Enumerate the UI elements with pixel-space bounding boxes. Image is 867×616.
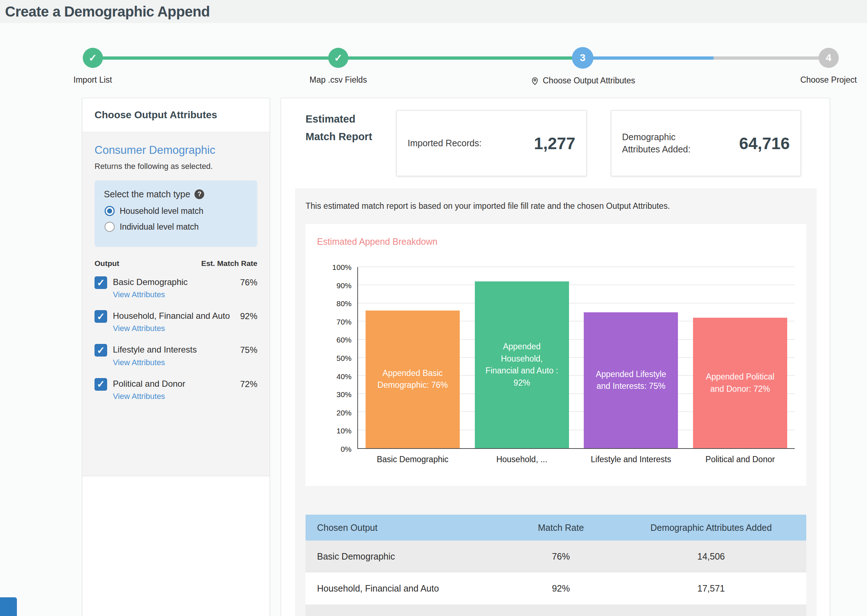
output-label: Political and Donor bbox=[113, 378, 231, 389]
stepper-step-1[interactable]: ✓Import List bbox=[73, 48, 112, 85]
radio-unselected[interactable] bbox=[105, 222, 115, 232]
match-rate-value: 75% bbox=[234, 344, 258, 355]
match-rate-value: 72% bbox=[234, 378, 258, 389]
imported-records-label: Imported Records: bbox=[408, 137, 492, 149]
checkbox-checked[interactable]: ✓ bbox=[94, 378, 107, 391]
match-rate-value: 92% bbox=[234, 310, 258, 321]
check-icon[interactable]: ✓ bbox=[83, 48, 103, 68]
x-axis-label: Household, ... bbox=[467, 455, 576, 464]
y-tick-label: 10% bbox=[336, 427, 352, 435]
step-label: Choose Output Attributes bbox=[530, 76, 635, 86]
table-body: Basic Demographic76%14,506Household, Fin… bbox=[306, 541, 806, 616]
output-item-2: ✓Household, Financial and AutoView Attri… bbox=[94, 310, 258, 333]
chart-plot: Appended Basic Demographic: 76%Appended … bbox=[357, 267, 795, 449]
match-rate-value: 76% bbox=[234, 277, 258, 288]
bar-slot: Appended Household, Financial and Auto :… bbox=[467, 267, 576, 448]
stepper-step-4[interactable]: 4Choose Project bbox=[800, 48, 857, 85]
table-header-row: Chosen OutputMatch RateDemographic Attri… bbox=[306, 515, 806, 541]
page-header: Create a Demographic Append bbox=[0, 0, 867, 23]
table-cell: 92% bbox=[506, 583, 616, 594]
checkbox-checked[interactable]: ✓ bbox=[94, 344, 107, 357]
bar-3: Appended Lifestyle and Interests: 75% bbox=[584, 312, 678, 448]
view-attributes-link[interactable]: View Attributes bbox=[113, 324, 165, 333]
table-header-cell: Chosen Output bbox=[306, 523, 506, 533]
output-label: Basic Demographic bbox=[113, 277, 231, 288]
bar-2: Appended Household, Financial and Auto :… bbox=[475, 281, 569, 448]
y-tick-label: 90% bbox=[336, 281, 352, 289]
x-axis-label: Basic Demographic bbox=[358, 455, 467, 464]
attributes-added-label: Demographic Attributes Added: bbox=[622, 131, 706, 156]
chart-title: Estimated Append Breakdown bbox=[317, 236, 795, 247]
step-number[interactable]: 4 bbox=[818, 48, 839, 68]
match-rate-column-header: Est. Match Rate bbox=[201, 259, 258, 268]
check-icon[interactable]: ✓ bbox=[328, 48, 348, 68]
y-tick-label: 30% bbox=[336, 391, 352, 398]
table-header-cell: Demographic Attributes Added bbox=[616, 523, 806, 533]
y-tick-label: 20% bbox=[336, 409, 352, 416]
view-attributes-link[interactable]: View Attributes bbox=[113, 290, 165, 299]
y-tick-label: 60% bbox=[336, 336, 352, 344]
category-title: Consumer Demographic bbox=[94, 144, 258, 157]
match-type-option-1[interactable]: Household level match bbox=[105, 206, 248, 216]
help-icon[interactable]: ? bbox=[195, 189, 204, 199]
chart-x-axis: Basic DemographicHousehold, ...Lifestyle… bbox=[358, 455, 795, 464]
bar-label: Appended Political and Donor: 72% bbox=[693, 371, 787, 395]
radio-label: Individual level match bbox=[120, 222, 199, 232]
checkbox-checked[interactable]: ✓ bbox=[94, 277, 107, 289]
step-label: Choose Project bbox=[800, 75, 857, 85]
chosen-output-table: Chosen OutputMatch RateDemographic Attri… bbox=[306, 515, 806, 616]
panel-title: Choose Output Attributes bbox=[82, 98, 270, 132]
output-item-3: ✓Lifestyle and InterestsView Attributes7… bbox=[94, 344, 258, 367]
imported-records-value: 1,277 bbox=[534, 134, 575, 153]
append-breakdown-chart: Estimated Append Breakdown 0%10%20%30%40… bbox=[306, 224, 806, 486]
report-title: Estimated Match Report bbox=[306, 110, 381, 146]
corner-widget-partial[interactable] bbox=[0, 597, 17, 616]
output-label: Lifestyle and Interests bbox=[113, 344, 231, 355]
stepper-step-3[interactable]: 3Choose Output Attributes bbox=[530, 48, 635, 86]
match-type-label: Select the match type bbox=[104, 189, 190, 200]
table-cell: 17,571 bbox=[616, 583, 806, 594]
attributes-added-card: Demographic Attributes Added: 64,716 bbox=[611, 110, 801, 176]
view-attributes-link[interactable]: View Attributes bbox=[113, 358, 165, 367]
match-type-options: Household level matchIndividual level ma… bbox=[104, 206, 248, 232]
table-cell: Household, Financial and Auto bbox=[306, 583, 506, 594]
stepper-step-2[interactable]: ✓Map .csv Fields bbox=[309, 48, 367, 85]
table-row-partial bbox=[306, 605, 806, 616]
output-item-1: ✓Basic DemographicView Attributes76% bbox=[94, 277, 258, 299]
report-note: This estimated match report is based on … bbox=[306, 201, 806, 211]
bar-slot: Appended Basic Demographic: 76% bbox=[358, 267, 467, 448]
page-title: Create a Demographic Append bbox=[0, 3, 210, 20]
y-tick-label: 70% bbox=[336, 318, 352, 325]
panel-body: Consumer Demographic Returns the followi… bbox=[82, 132, 270, 476]
x-axis-label: Lifestyle and Interests bbox=[576, 455, 686, 464]
report-body: This estimated match report is based on … bbox=[295, 188, 817, 616]
y-tick-label: 100% bbox=[332, 264, 352, 271]
bar-4: Appended Political and Donor: 72% bbox=[693, 318, 787, 448]
bar-1: Appended Basic Demographic: 76% bbox=[366, 311, 460, 448]
table-row: Household, Financial and Auto92%17,571 bbox=[306, 572, 806, 605]
output-column-header: Output bbox=[94, 259, 119, 268]
y-tick-label: 50% bbox=[336, 354, 352, 362]
radio-selected[interactable] bbox=[105, 206, 115, 216]
table-cell: Basic Demographic bbox=[306, 551, 506, 562]
report-header: Estimated Match Report Imported Records:… bbox=[281, 98, 829, 188]
bar-label: Appended Basic Demographic: 76% bbox=[366, 367, 460, 391]
x-axis-label: Political and Donor bbox=[685, 455, 795, 464]
choose-output-attributes-panel: Choose Output Attributes Consumer Demogr… bbox=[82, 98, 270, 616]
stepper: ✓Import List✓Map .csv Fields3Choose Outp… bbox=[0, 23, 867, 92]
step-number[interactable]: 3 bbox=[572, 47, 594, 69]
radio-label: Household level match bbox=[120, 206, 203, 216]
table-row: Basic Demographic76%14,506 bbox=[306, 541, 806, 572]
output-list: ✓Basic DemographicView Attributes76%✓Hou… bbox=[94, 277, 258, 401]
match-type-option-2[interactable]: Individual level match bbox=[105, 222, 248, 232]
table-cell: 76% bbox=[506, 551, 616, 562]
bar-slot: Appended Lifestyle and Interests: 75% bbox=[576, 267, 686, 448]
checkbox-checked[interactable]: ✓ bbox=[94, 310, 107, 323]
step-label: Map .csv Fields bbox=[309, 75, 367, 85]
y-tick-label: 80% bbox=[336, 300, 352, 307]
chart-y-axis: 0%10%20%30%40%50%60%70%80%90%100% bbox=[317, 267, 357, 449]
match-type-box: Select the match type ? Household level … bbox=[94, 181, 258, 247]
view-attributes-link[interactable]: View Attributes bbox=[113, 392, 165, 401]
step-label: Import List bbox=[73, 75, 112, 85]
main-content: Choose Output Attributes Consumer Demogr… bbox=[0, 92, 867, 616]
